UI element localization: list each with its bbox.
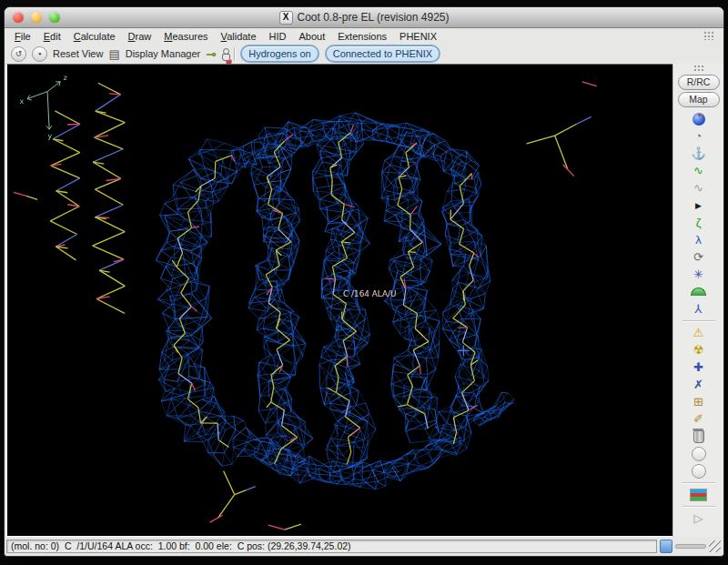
status-text: (mol. no: 0) C /1/U/164 ALA occ: 1.00 bf…	[6, 540, 657, 553]
anchor-icon[interactable]: ⚓	[687, 145, 711, 162]
right-sidebar: R/RC Map ◔⚓∿∿▶ζλ⟳✳⅄⚠☢✚✗⊞✐▷	[672, 64, 723, 537]
display-manager-icon: ▤	[108, 48, 119, 60]
rotamers-icon[interactable]: ✳	[687, 266, 711, 283]
resize-grip[interactable]	[709, 540, 721, 552]
auto-fit-rotamer-icon[interactable]: ⚠	[687, 324, 711, 341]
menu-file[interactable]: File	[8, 30, 37, 43]
toolbar: ↺ ▪ Reset View ▤ Display Manager ⊸ Hydro…	[5, 44, 723, 64]
toolbar-grip-handle[interactable]	[703, 31, 714, 40]
menu-draw[interactable]: Draw	[122, 30, 158, 43]
redo-icon[interactable]	[687, 462, 711, 479]
clear-pending-icon[interactable]: ✐	[687, 410, 711, 428]
ligand-builder-icon[interactable]	[221, 48, 228, 60]
sidebar-icon-column: ◔⚓∿∿▶ζλ⟳✳⅄⚠☢✚✗⊞✐▷	[682, 110, 715, 527]
window-body: R/RC Map ◔⚓∿∿▶ζλ⟳✳⅄⚠☢✚✗⊞✐▷	[5, 64, 723, 537]
key-bindings-icon[interactable]: ⊸	[206, 47, 216, 61]
reset-view-icon-button[interactable]: ↺	[11, 46, 26, 62]
sidebar-separator	[682, 503, 715, 510]
add-terminal-residue-icon[interactable]: ✚	[687, 358, 711, 376]
gl-viewport	[6, 64, 672, 537]
main-column	[5, 64, 672, 537]
regularize-icon[interactable]: ∿	[687, 179, 711, 197]
menu-edit[interactable]: Edit	[37, 30, 67, 43]
window-controls	[13, 12, 60, 23]
menu-about[interactable]: About	[293, 30, 332, 43]
fixed-atoms-icon[interactable]: ζ	[687, 214, 711, 231]
rotate-translate-zone-icon[interactable]: ⟳	[687, 248, 711, 266]
side-chain-180-icon[interactable]	[687, 283, 711, 300]
add-alt-conf-icon[interactable]: ✗	[687, 376, 711, 393]
delete-item-icon[interactable]	[687, 428, 711, 445]
clipping-sphere-icon[interactable]	[687, 110, 711, 127]
flag-icon[interactable]	[687, 486, 711, 503]
run-script-icon[interactable]: ▷	[687, 510, 711, 527]
sidebar-grip-handle[interactable]	[693, 65, 704, 72]
recenter-icon-button[interactable]: ▪	[32, 46, 47, 62]
place-atom-icon[interactable]: ⊞	[687, 393, 711, 410]
minimize-button[interactable]	[31, 12, 42, 23]
map-button[interactable]: Map	[678, 92, 720, 107]
viewport-canvas[interactable]	[7, 65, 672, 536]
recontour-timer-icon[interactable]: ◔	[687, 127, 711, 145]
titlebar[interactable]: X Coot 0.8-pre EL (revision 4925)	[5, 7, 723, 28]
close-button[interactable]	[13, 12, 24, 23]
app-window: X Coot 0.8-pre EL (revision 4925) FileEd…	[4, 6, 724, 557]
rigid-body-fit-icon[interactable]: λ	[687, 231, 711, 248]
expand-toolbar-icon[interactable]: ▶	[687, 197, 711, 214]
real-space-refine-icon[interactable]: ∿	[687, 162, 711, 179]
phenix-connection-button[interactable]: Connected to PHENIX	[325, 45, 440, 63]
hydrogens-toggle-button[interactable]: Hydrogens on	[240, 45, 319, 63]
menu-calculate[interactable]: Calculate	[67, 30, 122, 43]
refine-rc-button[interactable]: R/RC	[678, 75, 720, 90]
menu-extensions[interactable]: Extensions	[331, 30, 393, 43]
menubar: FileEditCalculateDrawMeasuresValidateHID…	[5, 28, 723, 44]
status-row: (mol. no: 0) C /1/U/164 ALA occ: 1.00 bf…	[5, 537, 723, 556]
toolbar-separator	[234, 47, 235, 61]
display-manager-button[interactable]: Display Manager	[126, 48, 201, 59]
mutate-icon[interactable]: ☢	[687, 341, 711, 358]
edit-chi-angles-icon[interactable]: ⅄	[687, 300, 711, 318]
sidebar-separator	[682, 318, 715, 324]
x11-icon: X	[279, 11, 293, 25]
menu-hid[interactable]: HID	[263, 30, 293, 43]
sidebar-scrollbar-thumb[interactable]	[660, 540, 672, 553]
reset-view-button[interactable]: Reset View	[53, 48, 103, 59]
undo-icon[interactable]	[687, 445, 711, 462]
menu-measures[interactable]: Measures	[157, 30, 214, 43]
window-title: X Coot 0.8-pre EL (revision 4925)	[5, 11, 723, 25]
window-title-text: Coot 0.8-pre EL (revision 4925)	[298, 11, 450, 24]
menu-validate[interactable]: Validate	[215, 30, 263, 43]
sidebar-separator	[682, 479, 715, 486]
sidebar-scrollbar-track[interactable]	[675, 544, 706, 549]
zoom-button[interactable]	[49, 12, 60, 23]
menu-phenix[interactable]: PHENIX	[393, 30, 443, 43]
